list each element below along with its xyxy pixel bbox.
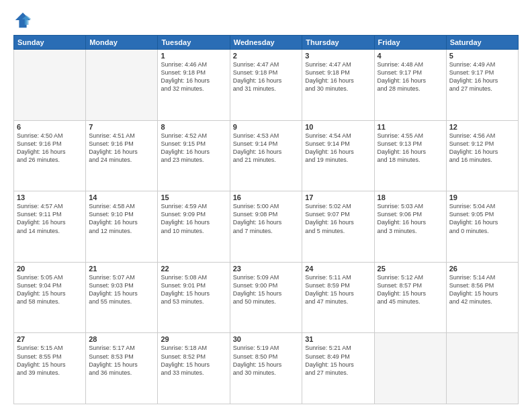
day-info: Sunrise: 5:00 AM Sunset: 9:08 PM Dayligh… (233, 202, 300, 235)
day-number: 14 (89, 193, 154, 201)
day-number: 22 (161, 265, 226, 273)
day-info: Sunrise: 5:09 AM Sunset: 9:00 PM Dayligh… (233, 273, 300, 306)
week-row-0: 1Sunrise: 4:46 AM Sunset: 9:18 PM Daylig… (14, 50, 519, 121)
day-info: Sunrise: 5:02 AM Sunset: 9:07 PM Dayligh… (305, 202, 371, 235)
day-number: 31 (305, 335, 371, 343)
day-number: 2 (233, 52, 300, 60)
day-info: Sunrise: 4:52 AM Sunset: 9:15 PM Dayligh… (161, 132, 226, 165)
calendar-cell: 14Sunrise: 4:58 AM Sunset: 9:10 PM Dayli… (86, 191, 158, 263)
day-info: Sunrise: 4:51 AM Sunset: 9:16 PM Dayligh… (89, 132, 154, 165)
page: SundayMondayTuesdayWednesdayThursdayFrid… (0, 0, 532, 411)
day-header-monday: Monday (86, 36, 158, 50)
day-number: 6 (17, 123, 83, 131)
day-header-friday: Friday (374, 36, 446, 50)
calendar-cell: 11Sunrise: 4:55 AM Sunset: 9:13 PM Dayli… (374, 120, 446, 191)
day-number: 20 (17, 265, 83, 273)
calendar-cell: 20Sunrise: 5:05 AM Sunset: 9:04 PM Dayli… (14, 262, 86, 333)
day-info: Sunrise: 4:54 AM Sunset: 9:14 PM Dayligh… (305, 132, 371, 165)
day-number: 27 (17, 335, 83, 343)
day-info: Sunrise: 5:21 AM Sunset: 8:49 PM Dayligh… (305, 344, 371, 377)
day-number: 28 (89, 335, 154, 343)
day-info: Sunrise: 4:47 AM Sunset: 9:18 PM Dayligh… (233, 60, 300, 93)
day-info: Sunrise: 5:11 AM Sunset: 8:59 PM Dayligh… (305, 273, 371, 306)
day-info: Sunrise: 4:59 AM Sunset: 9:09 PM Dayligh… (161, 202, 226, 235)
day-header-thursday: Thursday (302, 36, 374, 50)
day-number: 13 (17, 193, 83, 201)
day-info: Sunrise: 5:04 AM Sunset: 9:05 PM Dayligh… (449, 202, 515, 235)
calendar-cell: 15Sunrise: 4:59 AM Sunset: 9:09 PM Dayli… (158, 191, 230, 263)
day-info: Sunrise: 5:03 AM Sunset: 9:06 PM Dayligh… (378, 202, 443, 235)
day-info: Sunrise: 4:58 AM Sunset: 9:10 PM Dayligh… (89, 202, 154, 235)
day-info: Sunrise: 4:47 AM Sunset: 9:18 PM Dayligh… (305, 60, 371, 93)
calendar-cell: 27Sunrise: 5:15 AM Sunset: 8:55 PM Dayli… (14, 333, 86, 404)
calendar-cell: 3Sunrise: 4:47 AM Sunset: 9:18 PM Daylig… (302, 50, 374, 121)
week-row-3: 20Sunrise: 5:05 AM Sunset: 9:04 PM Dayli… (14, 262, 519, 333)
calendar-cell: 2Sunrise: 4:47 AM Sunset: 9:18 PM Daylig… (230, 50, 302, 121)
calendar-cell: 8Sunrise: 4:52 AM Sunset: 9:15 PM Daylig… (158, 120, 230, 191)
day-header-saturday: Saturday (446, 36, 518, 50)
calendar-cell: 12Sunrise: 4:56 AM Sunset: 9:12 PM Dayli… (446, 120, 518, 191)
day-number: 23 (233, 265, 300, 273)
day-number: 30 (233, 335, 300, 343)
day-number: 19 (449, 193, 515, 201)
calendar-cell: 9Sunrise: 4:53 AM Sunset: 9:14 PM Daylig… (230, 120, 302, 191)
day-info: Sunrise: 5:05 AM Sunset: 9:04 PM Dayligh… (17, 273, 83, 306)
day-number: 5 (449, 52, 515, 60)
day-info: Sunrise: 5:07 AM Sunset: 9:03 PM Dayligh… (89, 273, 154, 306)
calendar: SundayMondayTuesdayWednesdayThursdayFrid… (13, 35, 519, 404)
calendar-cell: 19Sunrise: 5:04 AM Sunset: 9:05 PM Dayli… (446, 191, 518, 263)
day-info: Sunrise: 5:17 AM Sunset: 8:53 PM Dayligh… (89, 344, 154, 377)
calendar-cell: 26Sunrise: 5:14 AM Sunset: 8:56 PM Dayli… (446, 262, 518, 333)
day-number: 17 (305, 193, 371, 201)
week-row-4: 27Sunrise: 5:15 AM Sunset: 8:55 PM Dayli… (14, 333, 519, 404)
week-row-1: 6Sunrise: 4:50 AM Sunset: 9:16 PM Daylig… (14, 120, 519, 191)
logo (13, 11, 35, 30)
calendar-cell: 6Sunrise: 4:50 AM Sunset: 9:16 PM Daylig… (14, 120, 86, 191)
day-number: 26 (449, 265, 515, 273)
day-info: Sunrise: 4:46 AM Sunset: 9:18 PM Dayligh… (161, 60, 226, 93)
day-info: Sunrise: 4:50 AM Sunset: 9:16 PM Dayligh… (17, 132, 83, 165)
day-header-tuesday: Tuesday (158, 36, 230, 50)
calendar-cell: 29Sunrise: 5:18 AM Sunset: 8:52 PM Dayli… (158, 333, 230, 404)
day-info: Sunrise: 5:15 AM Sunset: 8:55 PM Dayligh… (17, 344, 83, 377)
day-info: Sunrise: 5:12 AM Sunset: 8:57 PM Dayligh… (378, 273, 443, 306)
week-row-2: 13Sunrise: 4:57 AM Sunset: 9:11 PM Dayli… (14, 191, 519, 263)
day-info: Sunrise: 5:19 AM Sunset: 8:50 PM Dayligh… (233, 344, 300, 377)
day-number: 24 (305, 265, 371, 273)
day-number: 10 (305, 123, 371, 131)
day-number: 25 (378, 265, 443, 273)
calendar-cell: 17Sunrise: 5:02 AM Sunset: 9:07 PM Dayli… (302, 191, 374, 263)
day-number: 12 (449, 123, 515, 131)
calendar-cell: 31Sunrise: 5:21 AM Sunset: 8:49 PM Dayli… (302, 333, 374, 404)
calendar-cell: 7Sunrise: 4:51 AM Sunset: 9:16 PM Daylig… (86, 120, 158, 191)
calendar-cell (446, 333, 518, 404)
day-info: Sunrise: 4:57 AM Sunset: 9:11 PM Dayligh… (17, 202, 83, 235)
day-number: 15 (161, 193, 226, 201)
calendar-header-row: SundayMondayTuesdayWednesdayThursdayFrid… (14, 36, 519, 50)
day-number: 9 (233, 123, 300, 131)
day-info: Sunrise: 4:55 AM Sunset: 9:13 PM Dayligh… (378, 132, 443, 165)
calendar-cell: 4Sunrise: 4:48 AM Sunset: 9:17 PM Daylig… (374, 50, 446, 121)
day-info: Sunrise: 5:18 AM Sunset: 8:52 PM Dayligh… (161, 344, 226, 377)
day-number: 8 (161, 123, 226, 131)
day-info: Sunrise: 5:14 AM Sunset: 8:56 PM Dayligh… (449, 273, 515, 306)
day-info: Sunrise: 4:56 AM Sunset: 9:12 PM Dayligh… (449, 132, 515, 165)
calendar-cell: 24Sunrise: 5:11 AM Sunset: 8:59 PM Dayli… (302, 262, 374, 333)
calendar-cell: 10Sunrise: 4:54 AM Sunset: 9:14 PM Dayli… (302, 120, 374, 191)
day-number: 3 (305, 52, 371, 60)
calendar-cell (374, 333, 446, 404)
day-number: 4 (378, 52, 443, 60)
header (13, 11, 519, 30)
day-number: 7 (89, 123, 154, 131)
day-number: 18 (378, 193, 443, 201)
day-info: Sunrise: 4:49 AM Sunset: 9:17 PM Dayligh… (449, 60, 515, 93)
day-number: 1 (161, 52, 226, 60)
calendar-cell: 16Sunrise: 5:00 AM Sunset: 9:08 PM Dayli… (230, 191, 302, 263)
calendar-cell: 18Sunrise: 5:03 AM Sunset: 9:06 PM Dayli… (374, 191, 446, 263)
day-number: 21 (89, 265, 154, 273)
calendar-cell: 22Sunrise: 5:08 AM Sunset: 9:01 PM Dayli… (158, 262, 230, 333)
day-info: Sunrise: 4:53 AM Sunset: 9:14 PM Dayligh… (233, 132, 300, 165)
day-info: Sunrise: 5:08 AM Sunset: 9:01 PM Dayligh… (161, 273, 226, 306)
day-number: 16 (233, 193, 300, 201)
calendar-cell (86, 50, 158, 121)
